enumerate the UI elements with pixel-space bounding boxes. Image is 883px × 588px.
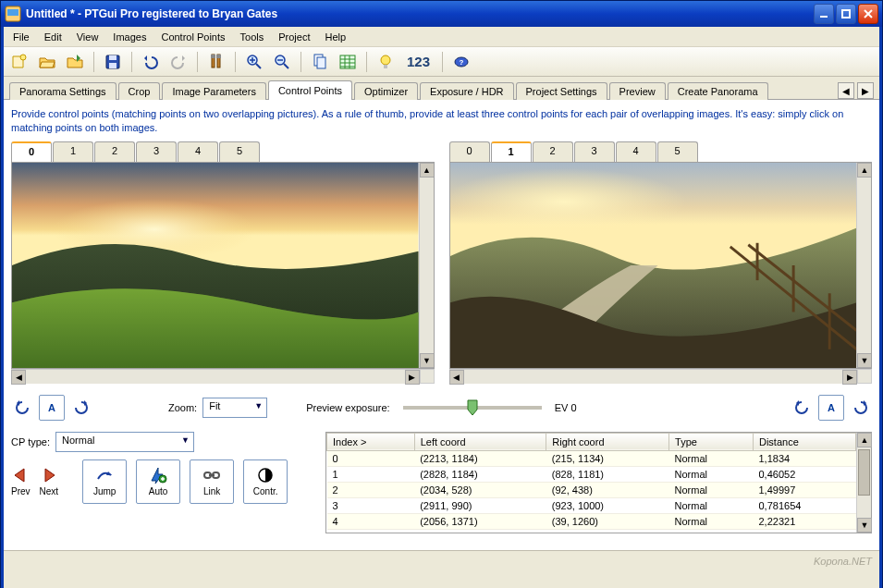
open-project-button[interactable] [35, 50, 59, 74]
copy-button[interactable] [308, 50, 332, 74]
right-tab-3[interactable]: 3 [574, 141, 615, 162]
svg-point-4 [20, 55, 26, 60]
menu-view[interactable]: View [69, 30, 106, 44]
scroll-down-icon[interactable]: ▼ [857, 353, 872, 368]
right-tab-0[interactable]: 0 [449, 141, 490, 162]
exposure-slider[interactable] [403, 406, 542, 410]
save-button[interactable] [101, 50, 125, 74]
tab-preview[interactable]: Preview [609, 82, 666, 100]
scroll-right-icon[interactable]: ▶ [405, 370, 420, 385]
instructions-text: Provide control points (matching points … [11, 107, 872, 136]
tab-create-panorama[interactable]: Create Panorama [668, 82, 768, 100]
scroll-up-icon[interactable]: ▲ [857, 433, 872, 447]
menu-images[interactable]: Images [105, 30, 153, 44]
menu-project[interactable]: Project [271, 30, 317, 44]
tab-project-settings[interactable]: Project Settings [516, 82, 607, 100]
tab-control-points[interactable]: Control Points [268, 80, 352, 100]
left-tab-2[interactable]: 2 [94, 141, 135, 162]
table-row[interactable]: 0(2213, 1184)(215, 1134)Normal1,1834 [327, 450, 856, 466]
minimize-button[interactable] [814, 4, 834, 24]
tab-crop[interactable]: Crop [118, 82, 161, 100]
close-button[interactable] [858, 4, 878, 24]
auto-button[interactable]: Auto [136, 459, 180, 504]
tab-panorama-settings[interactable]: Panorama Settings [9, 82, 117, 100]
tab-exposure-hdr[interactable]: Exposure / HDR [420, 82, 513, 100]
table-row[interactable]: 2(2034, 528)(92, 438)Normal1,49997 [327, 482, 856, 497]
zoom-select[interactable]: Fit [202, 398, 267, 418]
left-tab-5[interactable]: 5 [219, 141, 260, 162]
tab-image-parameters[interactable]: Image Parameters [162, 82, 265, 100]
right-tab-4[interactable]: 4 [616, 141, 656, 162]
left-vscroll[interactable]: ▲ ▼ [419, 163, 434, 368]
scroll-up-icon[interactable]: ▲ [857, 163, 872, 178]
right-tab-2[interactable]: 2 [533, 141, 573, 162]
right-tab-5[interactable]: 5 [657, 141, 698, 162]
watermark: Kopona.NET [814, 556, 872, 567]
tab-scroll-left[interactable]: ◀ [838, 82, 854, 99]
tools-button[interactable] [204, 50, 228, 74]
left-tab-3[interactable]: 3 [136, 141, 177, 162]
menu-file[interactable]: File [6, 30, 37, 44]
table-row[interactable]: 1(2828, 1184)(828, 1181)Normal0,46052 [327, 466, 856, 482]
header-distance[interactable]: Distance [753, 433, 855, 450]
scroll-left-icon[interactable]: ◀ [11, 370, 26, 385]
prev-button[interactable]: Prev [11, 466, 31, 496]
new-project-button[interactable] [7, 50, 31, 74]
bulb-button[interactable] [374, 50, 398, 74]
menu-edit[interactable]: Edit [37, 30, 69, 44]
table-row[interactable]: 3(2911, 990)(923, 1000)Normal0,781654 [327, 497, 856, 513]
auto-a-left-button[interactable]: A [39, 395, 65, 421]
scroll-left-icon[interactable]: ◀ [449, 370, 464, 385]
header-index[interactable]: Index > [327, 433, 415, 450]
table-vscroll[interactable]: ▲ ▼ [856, 433, 871, 533]
zoom-in-button[interactable] [242, 50, 266, 74]
svg-rect-11 [216, 55, 221, 58]
table-header-row[interactable]: Index > Left coord Right coord Type Dist… [327, 433, 856, 450]
rotate-cw-right-button[interactable] [850, 395, 872, 421]
menu-tools[interactable]: Tools [233, 30, 272, 44]
open-image-button[interactable] [63, 50, 87, 74]
rotate-ccw-left-button[interactable] [11, 395, 33, 421]
scroll-down-icon[interactable]: ▼ [420, 353, 435, 368]
rotate-cw-left-button[interactable] [70, 395, 92, 421]
svg-rect-18 [384, 65, 387, 68]
scroll-down-icon[interactable]: ▼ [857, 518, 872, 533]
right-tab-1[interactable]: 1 [491, 141, 532, 162]
next-button[interactable]: Next [40, 466, 59, 496]
table-button[interactable] [336, 50, 360, 74]
zoom-out-button[interactable] [270, 50, 294, 74]
right-hscroll[interactable]: ◀ ▶ [449, 369, 858, 384]
tab-scroll-right[interactable]: ▶ [857, 82, 874, 99]
right-vscroll[interactable]: ▲ ▼ [856, 163, 871, 368]
menu-control-points[interactable]: Control Points [153, 30, 232, 44]
svg-text:?: ? [460, 58, 464, 67]
svg-rect-1 [7, 9, 18, 16]
tab-optimizer[interactable]: Optimizer [354, 82, 418, 100]
jump-button[interactable]: Jump [82, 459, 127, 504]
redo-button[interactable] [166, 50, 190, 74]
left-hscroll[interactable]: ◀ ▶ [11, 369, 420, 384]
left-tab-1[interactable]: 1 [53, 141, 93, 162]
left-tab-4[interactable]: 4 [178, 141, 218, 162]
cell-index: 2 [327, 482, 415, 497]
scroll-right-icon[interactable]: ▶ [842, 370, 857, 385]
undo-button[interactable] [139, 50, 163, 74]
number-label[interactable]: 123 [401, 54, 435, 69]
header-right-coord[interactable]: Right coord [546, 433, 669, 450]
header-left-coord[interactable]: Left coord [414, 433, 546, 450]
contrast-button[interactable]: Contr. [243, 459, 288, 504]
maximize-button[interactable] [836, 4, 856, 24]
help-button[interactable]: ? [449, 50, 473, 74]
scroll-up-icon[interactable]: ▲ [420, 163, 435, 178]
rotate-ccw-right-button[interactable] [791, 395, 813, 421]
auto-a-right-button[interactable]: A [818, 395, 844, 421]
left-image-view[interactable] [12, 163, 419, 368]
left-tab-0[interactable]: 0 [11, 141, 52, 162]
table-row[interactable]: 4(2056, 1371)(39, 1260)Normal2,22321 [327, 513, 856, 529]
cp-type-select[interactable]: Normal [55, 432, 194, 452]
right-image-view[interactable] [450, 163, 857, 368]
link-button[interactable]: Link [190, 459, 234, 504]
menu-help[interactable]: Help [317, 30, 353, 44]
header-type[interactable]: Type [669, 433, 754, 450]
slider-thumb-icon[interactable] [466, 398, 479, 417]
